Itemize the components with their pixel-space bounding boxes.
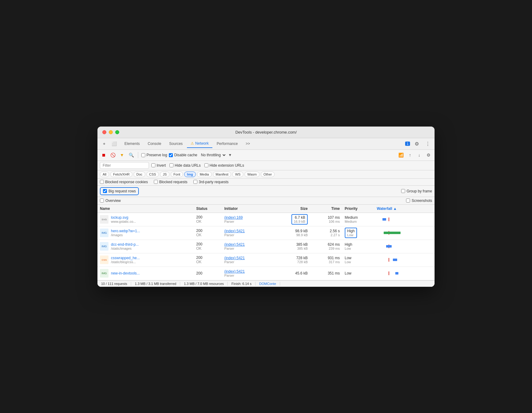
- table-row[interactable]: IMG new-in-devtools... 200 (index):5421: [97, 267, 435, 280]
- waterfall-cell: [374, 267, 435, 280]
- type-btn-media[interactable]: Media: [197, 172, 212, 177]
- col-name[interactable]: Name: [97, 205, 194, 213]
- toolbar-separator-1: [138, 152, 138, 158]
- time-cell: 624 ms 239 ms: [310, 240, 342, 253]
- throttle-select[interactable]: No throttling: [199, 153, 226, 157]
- cursor-icon[interactable]: ⌖: [100, 139, 108, 148]
- name-text: new-in-devtools...: [111, 271, 140, 275]
- filter-button[interactable]: ▼: [118, 151, 126, 159]
- group-by-frame-checkbox[interactable]: [401, 189, 405, 193]
- devtools-content: ⌖ ⬜ Elements Console Sources ⚠Network Pe…: [97, 138, 435, 287]
- main-tabs: Elements Console Sources ⚠Network Perfor…: [121, 139, 405, 148]
- col-status[interactable]: Status: [194, 205, 222, 213]
- resources-size: 1.3 MB / 7.0 MB resources: [180, 282, 228, 286]
- preserve-log-checkbox[interactable]: [141, 153, 145, 157]
- col-initiator[interactable]: Initiator: [222, 205, 270, 213]
- table-row[interactable]: CSS csswrapped_he... /static/blog/css...…: [97, 253, 435, 267]
- blocked-requests-check: Blocked requests: [154, 180, 187, 184]
- hide-data-urls-checkbox[interactable]: [169, 163, 173, 167]
- sort-arrow-icon: ▲: [393, 206, 397, 211]
- upload-icon[interactable]: ↑: [406, 151, 414, 159]
- network-settings-icon[interactable]: ⚙: [425, 151, 432, 159]
- type-btn-doc[interactable]: Doc: [134, 172, 145, 177]
- type-btn-other[interactable]: Other: [261, 172, 275, 177]
- table-row[interactable]: IMG hero.webp?w=1... /images 200 OK: [97, 226, 435, 240]
- type-btn-ws[interactable]: WS: [232, 172, 243, 177]
- type-btn-img[interactable]: Img: [184, 172, 196, 177]
- settings-icon[interactable]: ⚙: [412, 139, 421, 148]
- tab-elements[interactable]: Elements: [121, 140, 143, 148]
- table-row[interactable]: SVG lockup.svg www.gstatic.co... 200 OK: [97, 213, 435, 226]
- group-by-frame-check: Group by frame: [401, 189, 432, 193]
- third-party-check: 3rd-party requests: [193, 180, 228, 184]
- name-cell: IMG hero.webp?w=1... /images: [97, 226, 194, 240]
- time-cell: 2.56 s 2.27 s: [310, 226, 342, 240]
- search-button[interactable]: 🔍: [127, 151, 135, 159]
- transferred-size: 1.3 MB / 3.1 MB transferred: [131, 282, 180, 286]
- name-cell: IMG new-in-devtools...: [97, 267, 194, 280]
- type-btn-all[interactable]: All: [100, 172, 109, 177]
- status-cell: 200 OK: [194, 213, 222, 226]
- name-text: hero.webp?w=1... /images: [111, 229, 140, 237]
- status-cell: 200 OK: [194, 253, 222, 267]
- warning-icon: ⚠: [191, 141, 194, 146]
- time-cell: 931 ms 317 ms: [310, 253, 342, 267]
- filter-checks: Invert Hide data URLs Hide extension URL…: [151, 163, 244, 168]
- col-time[interactable]: Time: [310, 205, 342, 213]
- disable-cache-group: Disable cache: [169, 153, 197, 157]
- more-options-icon[interactable]: ⋮: [424, 139, 432, 148]
- type-btn-font[interactable]: Font: [171, 172, 183, 177]
- wifi-icon[interactable]: 📶: [397, 151, 405, 159]
- clear-button[interactable]: 🚫: [109, 151, 116, 159]
- size-cell: 385 kB 385 kB: [270, 240, 310, 253]
- finish-time: Finish: 6.14 s: [228, 282, 255, 286]
- initiator-cell: (index):5421 Parser: [222, 226, 270, 240]
- status-bar: 10 / 111 requests 1.3 MB / 3.1 MB transf…: [97, 280, 435, 287]
- tab-more[interactable]: >>: [242, 140, 254, 148]
- stop-recording-button[interactable]: ⏹: [100, 151, 107, 159]
- blocked-cookies-checkbox[interactable]: [100, 180, 104, 184]
- blocked-requests-checkbox[interactable]: [154, 180, 158, 184]
- tab-console[interactable]: Console: [144, 140, 165, 148]
- download-icon[interactable]: ↓: [416, 151, 423, 159]
- table-row[interactable]: IMG dcc-end-third-p... /static/images 20…: [97, 240, 435, 253]
- type-btn-manifest[interactable]: Manifest: [213, 172, 231, 177]
- name-text: lockup.svg www.gstatic.co...: [111, 215, 136, 223]
- screenshots-checkbox[interactable]: [406, 199, 410, 203]
- hide-data-urls-check: Hide data URLs: [169, 163, 201, 168]
- titlebar: DevTools - developer.chrome.com/: [97, 127, 435, 138]
- hide-extension-urls-check: Hide extension URLs: [204, 163, 244, 168]
- requests-count: 10 / 111 requests: [101, 282, 131, 286]
- filter-input[interactable]: [100, 162, 149, 169]
- throttle-arrow-icon: ▼: [228, 153, 232, 157]
- maximize-button[interactable]: [115, 130, 119, 134]
- preserve-log-group: Preserve log: [141, 153, 167, 157]
- tab-performance[interactable]: Performance: [213, 140, 241, 148]
- filter-bar: Invert Hide data URLs Hide extension URL…: [97, 161, 435, 170]
- type-btn-wasm[interactable]: Wasm: [245, 172, 260, 177]
- big-request-rows-checkbox[interactable]: [103, 189, 107, 193]
- close-button[interactable]: [102, 130, 106, 134]
- invert-checkbox[interactable]: [151, 163, 155, 167]
- type-btn-js[interactable]: JS: [160, 172, 169, 177]
- notification-badge: 1: [405, 142, 410, 146]
- third-party-checkbox[interactable]: [193, 180, 197, 184]
- type-btn-fetch-xhr[interactable]: Fetch/XHR: [110, 172, 132, 177]
- col-size[interactable]: Size: [270, 205, 310, 213]
- priority-cell: Low Low: [342, 253, 374, 267]
- waterfall-cell: [374, 253, 435, 267]
- col-waterfall[interactable]: Waterfall ▲: [374, 205, 435, 213]
- file-icon-img3: IMG: [100, 269, 108, 278]
- hide-extension-urls-checkbox[interactable]: [204, 163, 208, 167]
- tab-sources[interactable]: Sources: [165, 140, 186, 148]
- disable-cache-checkbox[interactable]: [169, 153, 173, 157]
- initiator-cell: (index):5421 Parser: [222, 240, 270, 253]
- type-btn-css[interactable]: CSS: [146, 172, 159, 177]
- overview-checkbox[interactable]: [100, 199, 104, 203]
- status-cell: 200 OK: [194, 226, 222, 240]
- device-icon[interactable]: ⬜: [110, 139, 118, 148]
- col-priority[interactable]: Priority: [342, 205, 374, 213]
- waterfall-cell: [374, 240, 435, 253]
- minimize-button[interactable]: [109, 130, 113, 134]
- tab-network[interactable]: ⚠Network: [187, 139, 212, 148]
